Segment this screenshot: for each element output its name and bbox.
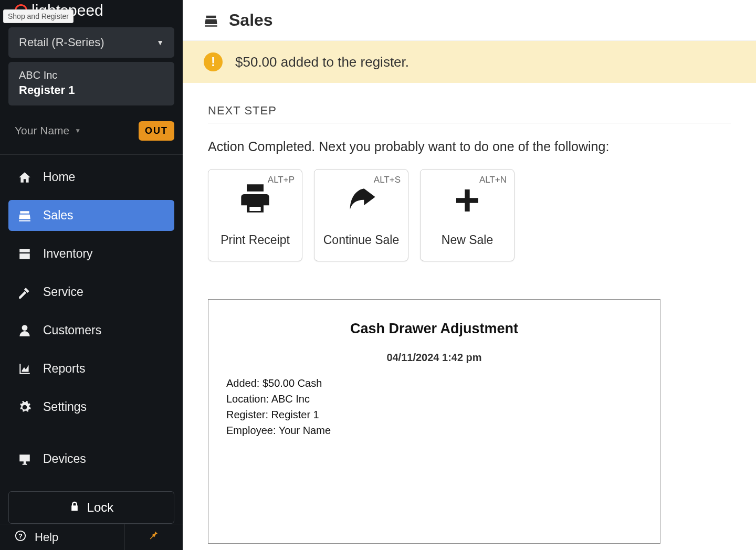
new-sale-button[interactable]: ALT+N New Sale bbox=[420, 169, 514, 261]
share-arrow-icon bbox=[343, 182, 380, 218]
sidebar-item-label: Reports bbox=[43, 362, 86, 376]
action-row: ALT+P Print Receipt ALT+S Continue Sale … bbox=[208, 169, 731, 261]
page-title: Sales bbox=[229, 10, 273, 30]
main-content: Sales ! $50.00 added to the register. NE… bbox=[183, 0, 756, 550]
sidebar-item-devices[interactable]: Devices bbox=[8, 443, 174, 474]
primary-nav: Home Sales Inventory Service Customers bbox=[0, 154, 183, 482]
sidebar-item-settings[interactable]: Settings bbox=[8, 392, 174, 422]
banner-message: $50.00 added to the register. bbox=[235, 54, 409, 70]
receipt-timestamp: 04/11/2024 1:42 pm bbox=[226, 352, 642, 364]
printer-icon bbox=[238, 182, 272, 218]
alert-icon: ! bbox=[204, 52, 223, 71]
sidebar-item-label: Home bbox=[43, 170, 75, 184]
sidebar-item-label: Service bbox=[43, 285, 83, 299]
sidebar-item-label: Inventory bbox=[43, 247, 93, 261]
receipt-line-location: Location: ABC Inc bbox=[226, 391, 642, 407]
help-icon: ? bbox=[15, 530, 26, 545]
receipt-line-employee: Employee: Your Name bbox=[226, 422, 642, 438]
product-selector-label: Retail (R-Series) bbox=[19, 36, 104, 49]
product-selector[interactable]: Retail (R-Series) ▼ bbox=[8, 27, 174, 58]
user-name-label: Your Name bbox=[15, 124, 69, 137]
home-icon bbox=[18, 171, 32, 184]
bottom-bar: ? Help bbox=[0, 524, 183, 550]
lock-button[interactable]: Lock bbox=[8, 491, 174, 524]
shop-register-tooltip: Shop and Register bbox=[3, 9, 74, 23]
hammer-icon bbox=[18, 285, 32, 299]
next-step-label: NEXT STEP bbox=[208, 104, 731, 118]
sidebar-item-label: Sales bbox=[43, 208, 74, 223]
pin-icon bbox=[148, 530, 160, 545]
action-label: Print Receipt bbox=[220, 233, 290, 247]
sidebar-item-sales[interactable]: Sales bbox=[8, 200, 174, 231]
lock-icon bbox=[69, 500, 80, 515]
action-label: New Sale bbox=[442, 233, 493, 247]
divider bbox=[208, 123, 731, 123]
plus-icon bbox=[453, 186, 482, 218]
user-menu[interactable]: Your Name ▼ bbox=[15, 124, 81, 137]
receipt-panel: Cash Drawer Adjustment 04/11/2024 1:42 p… bbox=[208, 299, 660, 544]
prompt-text: Action Completed. Next you probably want… bbox=[208, 139, 731, 154]
shop-register-block[interactable]: ABC Inc Register 1 bbox=[8, 62, 174, 105]
help-label: Help bbox=[35, 531, 58, 544]
chart-icon bbox=[18, 362, 32, 376]
receipt-line-register: Register: Register 1 bbox=[226, 407, 642, 422]
user-icon bbox=[18, 324, 32, 337]
clock-out-button[interactable]: OUT bbox=[139, 121, 174, 141]
sidebar-item-label: Settings bbox=[43, 400, 87, 414]
kbd-hint: ALT+S bbox=[374, 175, 401, 185]
kbd-hint: ALT+N bbox=[479, 175, 507, 185]
shop-name: ABC Inc bbox=[19, 69, 164, 81]
print-receipt-button[interactable]: ALT+P Print Receipt bbox=[208, 169, 302, 261]
lock-label: Lock bbox=[87, 500, 114, 515]
notification-banner: ! $50.00 added to the register. bbox=[183, 41, 756, 83]
pin-button[interactable] bbox=[125, 524, 183, 550]
box-icon bbox=[18, 247, 32, 261]
sidebar-item-home[interactable]: Home bbox=[8, 162, 174, 193]
sidebar-item-reports[interactable]: Reports bbox=[8, 353, 174, 384]
sidebar-item-label: Customers bbox=[43, 323, 101, 337]
receipt-title: Cash Drawer Adjustment bbox=[226, 321, 642, 337]
sidebar-item-customers[interactable]: Customers bbox=[8, 315, 174, 346]
sidebar-item-inventory[interactable]: Inventory bbox=[8, 238, 174, 269]
receipt-line-added: Added: $50.00 Cash bbox=[226, 375, 642, 391]
chevron-down-icon: ▼ bbox=[75, 127, 81, 134]
sidebar: Shop and Register lightspeed Retail (R-S… bbox=[0, 0, 183, 550]
register-icon bbox=[204, 13, 218, 28]
svg-text:?: ? bbox=[18, 532, 23, 540]
page-header: Sales bbox=[183, 0, 756, 41]
chevron-down-icon: ▼ bbox=[156, 38, 164, 47]
sidebar-item-service[interactable]: Service bbox=[8, 277, 174, 308]
register-icon bbox=[18, 209, 32, 223]
continue-sale-button[interactable]: ALT+S Continue Sale bbox=[314, 169, 408, 261]
sidebar-item-label: Devices bbox=[43, 452, 86, 466]
gear-icon bbox=[18, 400, 32, 414]
kbd-hint: ALT+P bbox=[268, 175, 295, 185]
register-name: Register 1 bbox=[19, 83, 164, 97]
monitor-icon bbox=[18, 452, 32, 466]
action-label: Continue Sale bbox=[323, 233, 400, 247]
help-button[interactable]: ? Help bbox=[0, 524, 125, 550]
